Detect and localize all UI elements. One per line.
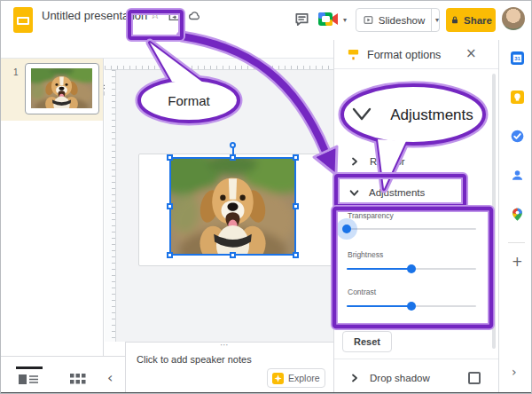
reset-button[interactable]: Reset	[342, 331, 392, 352]
resize-handle-sw[interactable]	[167, 252, 173, 258]
slideshow-button[interactable]: Slideshow ▾	[356, 8, 440, 32]
slide-thumbnail-image	[31, 68, 92, 108]
panel-scrollbar[interactable]	[492, 74, 496, 349]
google-slides-window: Untitled presentation ☆ File Edit View I…	[0, 0, 532, 394]
panel-title: Format options	[367, 49, 441, 61]
reset-label: Reset	[354, 336, 380, 347]
brightness-thumb[interactable]	[407, 264, 416, 273]
resize-handle-ne[interactable]	[293, 154, 299, 161]
transparency-label: Transparency	[348, 211, 394, 220]
horizontal-ruler	[105, 59, 333, 70]
vertical-ruler	[105, 70, 116, 342]
slide-number: 1	[13, 67, 19, 77]
transparency-slider[interactable]	[347, 224, 476, 234]
keep-icon[interactable]	[511, 91, 524, 104]
resize-handle-e[interactable]	[293, 203, 299, 209]
drop-shadow-checkbox[interactable]	[468, 372, 481, 384]
panel-header: Format options ×	[334, 40, 499, 69]
menubar: File Edit View Insert Format Slide Arran…	[1, 20, 301, 38]
slides-filmstrip: 1	[1, 59, 104, 356]
google-side-rail: 31 + ›	[498, 40, 532, 392]
lock-icon	[450, 14, 460, 26]
resize-handle-n[interactable]	[230, 154, 236, 161]
slideshow-caret-icon[interactable]: ▾	[435, 16, 439, 24]
resize-handle-w[interactable]	[167, 203, 173, 209]
brightness-slider[interactable]	[347, 264, 476, 274]
meet-caret-icon[interactable]: ▾	[343, 16, 347, 24]
explore-icon	[272, 373, 284, 384]
meet-icon[interactable]	[317, 11, 340, 28]
format-options-icon	[347, 48, 360, 61]
resize-handle-nw[interactable]	[167, 154, 173, 161]
titlebar: Untitled presentation ☆ File Edit View I…	[1, 1, 532, 40]
transparency-thumb[interactable]	[342, 225, 351, 233]
rotation-handle[interactable]	[230, 142, 236, 148]
share-label: Share	[464, 15, 492, 26]
explore-label: Explore	[288, 373, 320, 383]
adjustments-row-label: Adjustments	[369, 187, 425, 198]
contacts-icon[interactable]	[511, 169, 524, 182]
canvas-area	[105, 59, 333, 342]
row-recolor[interactable]: Recolor	[334, 148, 490, 175]
chevron-right-icon	[350, 374, 359, 382]
hide-side-panel-button[interactable]: ›	[512, 366, 517, 378]
row-drop-shadow[interactable]: Drop shadow	[334, 365, 490, 391]
close-icon[interactable]: ×	[466, 47, 477, 60]
active-view-indicator	[16, 366, 43, 369]
resize-handle-s[interactable]	[230, 252, 236, 258]
panel-divider	[334, 359, 499, 359]
maps-icon[interactable]	[511, 208, 524, 221]
present-icon	[364, 13, 373, 27]
grid-view-button[interactable]	[69, 373, 87, 386]
share-button[interactable]: Share	[446, 8, 496, 32]
explore-button[interactable]: Explore	[267, 368, 325, 388]
format-options-panel: Format options × Recolor Adjustments Tra…	[333, 40, 498, 392]
avatar[interactable]	[502, 7, 525, 30]
side-rail-divider	[508, 242, 525, 243]
add-addon-button[interactable]: +	[512, 256, 523, 269]
brightness-label: Brightness	[348, 250, 383, 259]
tasks-icon[interactable]	[511, 130, 524, 143]
row-adjustments[interactable]: Adjustments	[334, 178, 490, 207]
slide-thumbnail[interactable]	[25, 63, 99, 114]
contrast-thumb[interactable]	[407, 302, 416, 311]
selected-image[interactable]	[169, 157, 296, 256]
notes-drag-handle[interactable]: ⋯	[220, 341, 229, 350]
bottom-view-bar: ‹	[1, 356, 125, 392]
notes-placeholder[interactable]: Click to add speaker notes	[137, 354, 252, 365]
comment-icon[interactable]	[293, 12, 310, 28]
svg-text:31: 31	[514, 56, 520, 61]
dog-image	[171, 159, 294, 254]
chevron-down-icon	[349, 188, 359, 198]
recolor-label: Recolor	[370, 156, 405, 167]
speaker-notes: ⋯ Click to add speaker notes Explore	[125, 342, 333, 392]
drop-shadow-label: Drop shadow	[370, 373, 430, 383]
resize-handle-se[interactable]	[293, 252, 299, 258]
collapse-filmstrip-button[interactable]: ‹	[107, 371, 113, 385]
slideshow-divider	[431, 9, 432, 31]
filmstrip-view-button[interactable]	[18, 373, 39, 386]
chevron-right-icon	[350, 157, 359, 166]
slideshow-label: Slideshow	[379, 15, 425, 26]
calendar-icon[interactable]: 31	[511, 51, 524, 65]
contrast-slider[interactable]	[347, 301, 476, 311]
contrast-label: Contrast	[348, 288, 376, 296]
star-icon[interactable]: ☆	[150, 9, 160, 20]
